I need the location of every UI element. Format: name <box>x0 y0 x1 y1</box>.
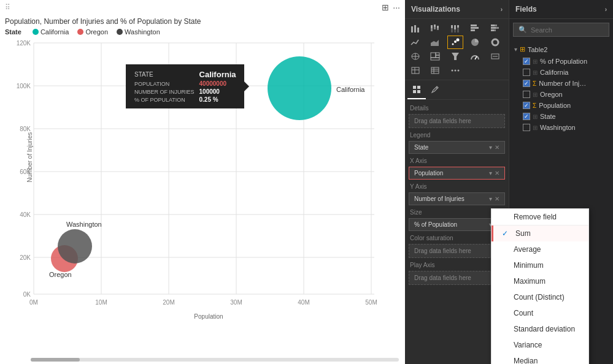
ctx-remove-field[interactable]: Remove field <box>492 209 588 226</box>
area-chart-icon[interactable] <box>427 36 443 49</box>
field-cb-oregon[interactable] <box>523 91 530 98</box>
svg-point-29 <box>268 56 331 120</box>
legend-chip-state[interactable]: State ▾ ✕ <box>409 141 505 154</box>
xaxis-chip-population[interactable]: Population ▾ ✕ <box>409 167 505 180</box>
ctx-median[interactable]: Median <box>492 353 588 364</box>
stacked-horiz-icon[interactable] <box>487 21 503 35</box>
svg-text:40K: 40K <box>20 211 31 218</box>
xaxis-chip-x[interactable]: ✕ <box>495 170 499 176</box>
tree-field-oregon[interactable]: ⊞ Oregon <box>509 89 613 100</box>
pie-chart-icon[interactable] <box>467 36 483 49</box>
search-icon: 🔍 <box>519 26 527 34</box>
more-viz-icon[interactable] <box>447 64 463 77</box>
tab-fields[interactable] <box>407 83 426 99</box>
y-axis-label: Number of Injuries <box>26 132 33 183</box>
yaxis-chip-name: Number of Injuries <box>414 195 465 202</box>
yaxis-chip-arrow[interactable]: ▾ <box>489 195 492 202</box>
tree-field-california[interactable]: ⊞ California <box>509 67 613 78</box>
svg-rect-45 <box>454 25 456 29</box>
svg-rect-65 <box>431 53 436 58</box>
gauge-icon[interactable] <box>467 50 483 63</box>
tree-field-washington[interactable]: ⊞ Washington <box>509 122 613 133</box>
expand-icon[interactable]: ⊞ <box>382 2 389 12</box>
ctx-count[interactable]: Count <box>492 305 588 321</box>
svg-rect-51 <box>491 25 495 26</box>
donut-chart-icon[interactable] <box>487 36 503 49</box>
chart-legend: State California Oregon Washington <box>0 27 405 38</box>
stacked-bar-icon[interactable] <box>427 21 443 35</box>
100pct-bar-icon[interactable] <box>447 21 463 35</box>
field-cb-population[interactable] <box>523 102 530 109</box>
ctx-sum-label: Sum <box>515 229 531 238</box>
tree-expand-icon[interactable]: ▾ <box>514 46 517 53</box>
svg-text:20M: 20M <box>163 299 174 306</box>
ctx-maximum[interactable]: Maximum <box>492 273 588 289</box>
scatter-plot-icon[interactable] <box>447 36 463 49</box>
svg-rect-68 <box>431 58 439 60</box>
washington-legend-label: Washington <box>125 28 160 36</box>
field-cb-pct[interactable] <box>523 58 530 65</box>
horiz-bar-icon[interactable] <box>467 21 483 35</box>
svg-rect-50 <box>471 29 475 31</box>
yaxis-chip-x[interactable]: ✕ <box>495 195 499 202</box>
treemap-icon[interactable] <box>427 50 443 63</box>
svg-rect-53 <box>491 27 496 29</box>
legend-chip-x[interactable]: ✕ <box>495 144 499 151</box>
field-cb-injuries[interactable] <box>523 80 530 87</box>
tree-field-injuries[interactable]: Σ Number of Inj… <box>509 78 613 89</box>
context-menu: Remove field ✓ Sum Average Minimum Maxim… <box>491 208 589 364</box>
svg-text:50M: 50M <box>365 299 377 306</box>
field-cb-washington[interactable] <box>523 124 530 131</box>
svg-text:20K: 20K <box>20 254 31 261</box>
search-input[interactable] <box>531 26 604 34</box>
fields-pane-arrow[interactable]: › <box>605 6 607 13</box>
svg-rect-34 <box>414 25 416 32</box>
xaxis-chip-arrow[interactable]: ▾ <box>489 170 492 176</box>
tree-field-population[interactable]: Σ Population <box>509 100 613 111</box>
fields-pane-title: Fields <box>515 5 537 13</box>
chart-topbar: ⠿ ⊞ ··· <box>0 0 405 15</box>
svg-text:0M: 0M <box>29 299 38 306</box>
ctx-sum[interactable]: ✓ Sum <box>492 226 588 241</box>
svg-rect-56 <box>494 29 496 31</box>
details-drop-zone[interactable]: Drag data fields here <box>409 114 505 128</box>
search-box[interactable]: 🔍 <box>513 23 609 37</box>
tree-table-table2[interactable]: ▾ ⊞ Table2 <box>509 43 613 56</box>
scroll-thumb[interactable] <box>31 358 80 362</box>
ctx-std-dev[interactable]: Standard deviation <box>492 321 588 337</box>
fields-pane-header: Fields › <box>509 0 613 19</box>
card-icon[interactable] <box>487 50 503 63</box>
field-type-icon-pct: ⊞ <box>533 58 538 65</box>
legend-chip-arrow[interactable]: ▾ <box>489 144 492 151</box>
matrix-icon[interactable] <box>427 64 443 77</box>
svg-rect-49 <box>471 27 479 29</box>
ctx-variance[interactable]: Variance <box>492 337 588 353</box>
funnel-icon[interactable] <box>447 50 463 63</box>
svg-point-80 <box>451 70 453 72</box>
field-cb-california[interactable] <box>523 69 530 76</box>
line-chart-icon[interactable] <box>407 36 423 49</box>
legend-chip-state-name: State <box>414 144 428 151</box>
scroll-bar[interactable] <box>31 358 399 362</box>
section-xaxis: X Axis <box>405 155 509 165</box>
yaxis-chip-injuries[interactable]: Number of Injuries ▾ ✕ <box>409 192 505 205</box>
field-cb-state[interactable] <box>523 113 530 120</box>
ctx-average[interactable]: Average <box>492 241 588 257</box>
svg-marker-69 <box>452 53 459 60</box>
tree-field-state[interactable]: ⊞ State <box>509 111 613 122</box>
visualizations-arrow[interactable]: › <box>501 6 503 13</box>
tree-field-pct-population[interactable]: ⊞ % of Population <box>509 56 613 67</box>
field-name-california: California <box>540 69 568 76</box>
tab-format[interactable] <box>426 83 444 99</box>
california-legend-label: California <box>40 28 69 36</box>
section-yaxis: Y Axis <box>405 181 509 191</box>
tooltip-injuries-label: NUMBER OF INJURIES <box>132 88 197 96</box>
field-name-washington: Washington <box>540 124 576 131</box>
more-options-icon[interactable]: ··· <box>393 2 400 12</box>
svg-rect-39 <box>434 27 436 29</box>
bar-chart-icon[interactable] <box>407 21 423 35</box>
map-icon[interactable] <box>407 50 423 63</box>
table-vis-icon[interactable] <box>407 64 423 77</box>
ctx-minimum[interactable]: Minimum <box>492 257 588 273</box>
ctx-count-distinct[interactable]: Count (Distinct) <box>492 289 588 305</box>
